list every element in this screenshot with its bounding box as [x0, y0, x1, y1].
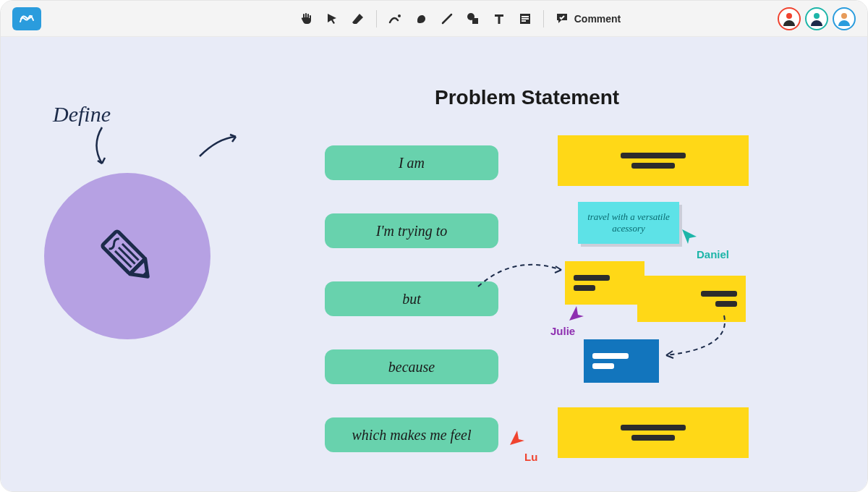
line-tool[interactable]: [435, 7, 459, 31]
prompt-text: which makes me feel: [352, 427, 472, 444]
person-icon: [808, 10, 825, 27]
answer-card-row3a[interactable]: [565, 261, 644, 305]
avatar-julie[interactable]: [833, 7, 856, 30]
svg-point-8: [786, 13, 792, 19]
answer-card-row1[interactable]: [558, 135, 749, 186]
select-tool[interactable]: [320, 7, 344, 31]
presence-avatars: [778, 7, 856, 30]
shape-tool[interactable]: [461, 7, 485, 31]
logo-scribble-icon: [19, 13, 35, 25]
person-icon: [835, 10, 853, 27]
svg-rect-5: [522, 16, 529, 17]
prompt-text: but: [402, 291, 421, 308]
text-icon: [493, 12, 506, 25]
hand-icon: [299, 12, 313, 26]
cursor-daniel-icon: [679, 226, 699, 247]
app-logo[interactable]: [12, 7, 41, 30]
define-circle[interactable]: [44, 173, 210, 339]
blob-tool[interactable]: [409, 7, 433, 31]
svg-line-1: [443, 14, 451, 23]
prompt-pill-because[interactable]: because: [325, 349, 498, 384]
prompt-text: I'm trying to: [376, 223, 448, 239]
avatar-lu[interactable]: [778, 7, 801, 30]
pen-tool[interactable]: [383, 7, 407, 31]
dashed-arrow-1-icon: [471, 254, 572, 297]
note-tool[interactable]: [513, 7, 537, 31]
avatar-daniel[interactable]: [805, 7, 828, 30]
person-icon: [780, 10, 798, 27]
cursor-label-lu: Lu: [524, 451, 537, 463]
toolbar: Comment: [1, 1, 867, 37]
svg-rect-6: [522, 18, 529, 20]
line-icon: [440, 12, 454, 26]
answer-card-cyan[interactable]: travel with a versatile acessory: [578, 202, 679, 244]
answer-card-blue[interactable]: [584, 339, 659, 383]
comment-button[interactable]: Comment: [550, 9, 627, 29]
cursor-lu-icon: [507, 428, 527, 448]
pointer-icon: [326, 12, 339, 25]
arrow-circle-out-icon: [196, 131, 247, 167]
pen-icon: [388, 12, 402, 26]
cyan-note-text: travel with a versatile acessory: [587, 211, 671, 234]
note-icon: [519, 12, 532, 25]
prompt-text: I am: [399, 155, 425, 171]
dashed-arrow-2-icon: [652, 312, 739, 370]
prompt-pill-makes-me-feel[interactable]: which makes me feel: [325, 417, 498, 452]
text-tool[interactable]: [487, 7, 511, 31]
cursor-julie-icon: [566, 303, 587, 323]
svg-point-10: [841, 13, 847, 19]
toolbar-divider: [543, 10, 544, 27]
svg-point-9: [814, 13, 820, 19]
page-title: Problem Statement: [435, 86, 619, 109]
define-label: Define: [53, 102, 111, 127]
svg-rect-3: [472, 18, 478, 24]
cursor-label-julie: Julie: [550, 325, 575, 337]
comment-icon: [556, 12, 570, 26]
eraser-icon: [351, 12, 365, 26]
comment-label: Comment: [574, 13, 621, 25]
tool-group: Comment: [294, 7, 627, 31]
svg-rect-7: [522, 20, 526, 22]
pencil-icon: [88, 216, 167, 296]
svg-point-0: [398, 14, 401, 17]
eraser-tool[interactable]: [346, 7, 370, 31]
prompt-pill-trying-to[interactable]: I'm trying to: [325, 213, 498, 248]
arrow-define-to-circle-icon: [88, 124, 131, 174]
hand-tool[interactable]: [294, 7, 318, 31]
prompt-pill-i-am[interactable]: I am: [325, 145, 498, 180]
toolbar-divider: [376, 10, 377, 27]
app-window: Comment Problem Statement Define: [0, 0, 868, 492]
blob-icon: [414, 12, 428, 26]
canvas[interactable]: Problem Statement Define: [1, 37, 867, 491]
cursor-label-daniel: Daniel: [697, 248, 729, 260]
prompt-text: because: [388, 359, 435, 376]
shape-icon: [466, 12, 480, 26]
answer-card-row5[interactable]: [558, 407, 749, 458]
